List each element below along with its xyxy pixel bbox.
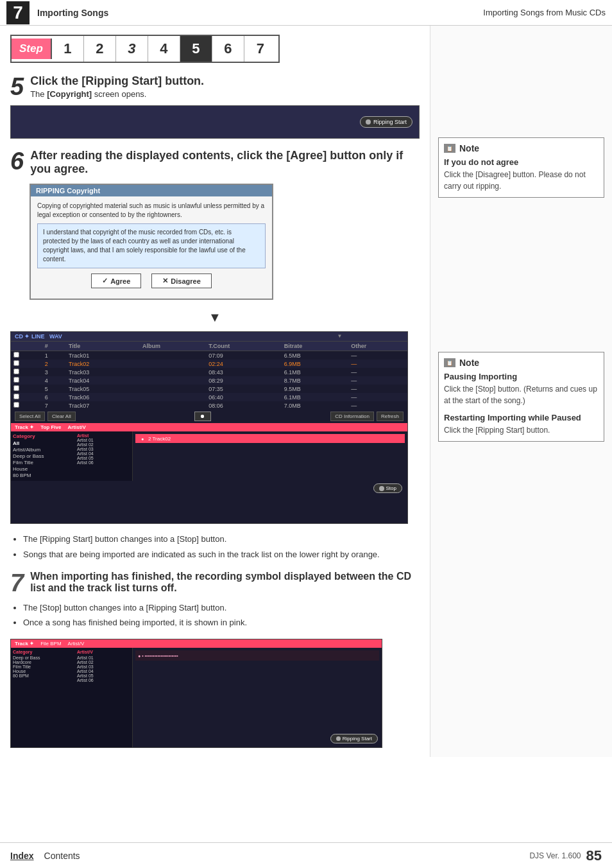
table-row: 3 Track03 08:43 6.1MB — <box>11 368 407 376</box>
ripping-start-button[interactable]: Ripping Start <box>360 116 412 128</box>
footer-right: DJS Ver. 1.600 85 <box>529 847 602 864</box>
step5-sub-bold: [Copyright] <box>47 89 92 99</box>
artist-01[interactable]: Artist 01 <box>77 438 130 442</box>
col-other: Other <box>348 342 407 351</box>
refresh-button[interactable]: Refresh <box>377 412 404 421</box>
agree-button[interactable]: ✓ Agree <box>91 273 141 288</box>
cat-artist[interactable]: Artist/Album <box>13 447 73 453</box>
track-album <box>140 376 206 385</box>
artist-06[interactable]: Artist 06 <box>77 460 130 465</box>
artist-02[interactable]: Artist 02 <box>77 442 130 447</box>
footer-version: DJS Ver. 1.600 <box>529 851 581 860</box>
cat-deep[interactable]: Deep or Bass <box>13 453 73 459</box>
bottom-track-row-pink: ● ▪ ▪▪▪▪▪▪▪▪▪▪▪▪▪▪▪▪▪▪▪▪▪ <box>135 650 379 661</box>
active-track: ● 2 Track02 <box>135 434 405 443</box>
bottom-cat-bpm[interactable]: 80 BPM <box>13 673 73 678</box>
step-6[interactable]: 6 <box>212 36 244 62</box>
record-indicator: ⏺ <box>76 412 330 421</box>
track-tab[interactable]: Track ✦ <box>15 424 34 430</box>
track-size: 6.5MB <box>282 351 349 360</box>
track-checkbox[interactable] <box>11 401 42 410</box>
bottom-artist-tab[interactable]: Artist/V <box>68 641 85 647</box>
track-status: — <box>348 376 407 385</box>
dialog-agree-text: I understand that copyright of the music… <box>37 223 266 268</box>
track-size: 9.5MB <box>282 385 349 393</box>
bottom-artist-03[interactable]: Artist 03 <box>77 664 130 669</box>
step-4[interactable]: 4 <box>148 36 180 62</box>
track-panel-body: Category All Artist/Album Deep or Bass F… <box>11 431 407 481</box>
disagree-button[interactable]: ✕ Disagree <box>151 273 211 288</box>
track-checkbox[interactable] <box>11 376 42 385</box>
bottom-main: Category Deep or Bass Hardcore Film Titl… <box>11 648 382 747</box>
step6-section: 6 After reading the displayed contents, … <box>10 149 420 177</box>
col-album: Album <box>140 342 206 351</box>
cd-info-button[interactable]: CD Information <box>330 412 374 421</box>
ripping-start-screenshot: Ripping Start <box>10 105 420 139</box>
step6-bullet-1: The [Ripping Start] button changes into … <box>23 533 420 546</box>
bottom-ripping-start-button[interactable]: Ripping Start <box>330 734 378 743</box>
bottom-cat-film[interactable]: Film Title <box>13 664 73 669</box>
artist-04[interactable]: Artist 04 <box>77 451 130 456</box>
step7-section: 7 When importing has finished, the recor… <box>10 571 420 749</box>
track-status: — <box>348 393 407 401</box>
track-checkbox[interactable] <box>11 393 42 401</box>
artist-05[interactable]: Artist 05 <box>77 456 130 460</box>
bottom-track-tab[interactable]: Track ✦ <box>15 641 34 647</box>
track-album <box>140 360 206 368</box>
bottom-artist-01[interactable]: Artist 01 <box>77 655 130 660</box>
col-num: # <box>42 342 66 351</box>
clear-all-button[interactable]: Clear All <box>47 412 76 421</box>
track-title: Track06 <box>66 393 140 401</box>
step-7[interactable]: 7 <box>244 36 276 62</box>
track-checkbox[interactable] <box>11 351 42 360</box>
track-album <box>140 351 206 360</box>
step6-text: After reading the displayed contents, cl… <box>30 149 420 177</box>
step-5[interactable]: 5 <box>180 36 212 62</box>
step6-bullets: The [Ripping Start] button changes into … <box>23 533 420 562</box>
track-checkbox[interactable] <box>11 385 42 393</box>
track-status: — <box>348 385 407 393</box>
file-tab[interactable]: Artist/V <box>67 424 85 430</box>
bottom-cat-hardcore[interactable]: Hardcore <box>13 660 73 664</box>
stop-button[interactable]: Stop <box>373 483 402 493</box>
track-album <box>140 401 206 410</box>
bottom-content: ● ▪ ▪▪▪▪▪▪▪▪▪▪▪▪▪▪▪▪▪▪▪▪▪ Ripping Start <box>133 648 382 747</box>
col-time: T.Count <box>206 342 281 351</box>
step-1[interactable]: 1 <box>52 36 84 62</box>
track-title: Track02 <box>66 360 140 368</box>
cat-house[interactable]: House <box>13 466 73 472</box>
cat-all[interactable]: All <box>13 440 73 446</box>
bottom-artist-06[interactable]: Artist 06 <box>77 678 130 682</box>
track-status: — <box>348 401 407 410</box>
cat-film[interactable]: Film Title <box>13 460 73 465</box>
select-all-button[interactable]: Select All <box>15 412 45 421</box>
footer-contents[interactable]: Contents <box>44 851 80 861</box>
bottom-artist-04[interactable]: Artist 04 <box>77 669 130 673</box>
disagree-label: Disagree <box>171 277 200 285</box>
track-panel-area: Track ✦ Top Five Artist/V <box>11 423 407 431</box>
chapter-number: 7 <box>6 1 30 24</box>
bottom-cat-label: Category <box>13 650 73 654</box>
bottom-cat-house[interactable]: House <box>13 669 73 673</box>
artist-03[interactable]: Artist 03 <box>77 447 130 451</box>
step5-heading: Click the [Ripping Start] button. <box>30 74 420 88</box>
track-checkbox[interactable] <box>11 368 42 376</box>
cat-bpm[interactable]: 80 BPM <box>13 473 73 478</box>
bottom-cat-deep[interactable]: Deep or Bass <box>13 655 73 660</box>
footer-index[interactable]: Index <box>10 851 34 861</box>
bottom-artist-02[interactable]: Artist 02 <box>77 660 130 664</box>
step6-bullet-2: Songs that are being imported are indica… <box>23 548 420 562</box>
track-status: — <box>348 360 407 368</box>
step-2[interactable]: 2 <box>84 36 116 62</box>
step-3[interactable]: 3 <box>116 36 148 62</box>
step5-sub: The [Copyright] screen opens. <box>30 89 420 99</box>
copyright-dialog: RIPPING Copyright Copying of copyrighted… <box>30 184 273 300</box>
track-checkbox[interactable] <box>11 360 42 368</box>
track-size: 6.1MB <box>282 393 349 401</box>
note-title-row-2: 📋 Note <box>444 358 599 368</box>
page-title-right: Importing Songs from Music CDs <box>483 8 606 17</box>
title-tab[interactable]: Top Five <box>40 424 61 430</box>
dialog-info: Copying of copyrighted material such as … <box>37 202 266 220</box>
bottom-file-tab[interactable]: File BPM <box>40 641 61 647</box>
bottom-artist-05[interactable]: Artist 05 <box>77 673 130 678</box>
